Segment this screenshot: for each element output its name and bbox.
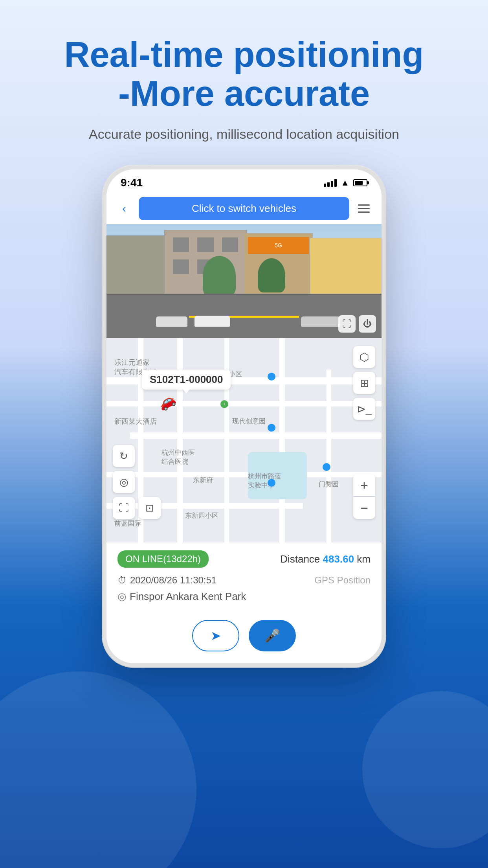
menu-line	[358, 211, 370, 213]
status-icons: ▲	[324, 178, 367, 188]
back-icon: ‹	[122, 202, 126, 215]
zoom-controls: + −	[353, 474, 375, 519]
phone-mockup: 9:41 ▲ ‹ Click to switch vehicles	[103, 166, 385, 667]
crop-button[interactable]: ⊡	[139, 497, 161, 519]
map-area[interactable]: 乐江元通家汽车有限公司 新西莱大酒店 杭州中西医结合医院 次家巷小区 现代创意园…	[106, 338, 382, 542]
menu-button[interactable]	[354, 199, 374, 219]
hero-title-line2: -More accurate	[0, 74, 488, 113]
refresh-button[interactable]: ↻	[113, 445, 135, 467]
wifi-icon: ▲	[341, 178, 349, 188]
gps-label: GPS Position	[314, 575, 371, 586]
fullscreen-button[interactable]: ⛶	[113, 497, 135, 519]
menu-line	[358, 208, 370, 209]
action-buttons: ➤ 🎤	[106, 620, 382, 663]
signal-icon	[324, 179, 337, 187]
zoom-out-button[interactable]: −	[353, 497, 375, 519]
back-button[interactable]: ‹	[114, 199, 134, 219]
voice-button[interactable]: 🎤	[249, 620, 296, 651]
status-bar: 9:41 ▲	[106, 169, 382, 193]
navigate-icon: ➤	[211, 628, 221, 643]
battery-icon	[353, 179, 367, 186]
street-view: 5G ⛶ ⏻	[106, 224, 382, 338]
timestamp: ⏱ 2020/08/26 11:30:51	[117, 575, 216, 586]
zoom-in-button[interactable]: +	[353, 474, 375, 496]
map-controls-right: ⬡ ⊞ ⊳_	[353, 346, 375, 420]
car-icon: 🚗	[155, 390, 178, 413]
status-time: 9:41	[121, 177, 143, 189]
app-header: ‹ Click to switch vehicles	[106, 193, 382, 224]
terminal-button[interactable]: ⊳_	[353, 398, 375, 420]
grid-button[interactable]: ⊞	[353, 372, 375, 394]
info-area: ON LINE(13d22h) Distance 483.60 km ⏱ 202…	[106, 542, 382, 620]
power-button[interactable]: ⏻	[359, 315, 376, 333]
online-status-badge: ON LINE(13d22h)	[117, 550, 209, 568]
distance-unit: km	[357, 553, 371, 565]
clock-icon: ⏱	[117, 575, 127, 586]
expand-button[interactable]: ⛶	[338, 315, 356, 333]
info-row-timestamp: ⏱ 2020/08/26 11:30:51 GPS Position	[117, 575, 371, 586]
map-controls-left: ↻ ◎ ⛶ ⊡	[113, 445, 161, 519]
location-text: Finspor Ankara Kent Park	[130, 590, 246, 603]
menu-line	[358, 204, 370, 206]
hero-subtitle: Accurate positioning, millisecond locati…	[0, 127, 488, 142]
center-button[interactable]: ◎	[113, 471, 135, 493]
switch-vehicles-tooltip[interactable]: Click to switch vehicles	[139, 197, 349, 220]
voice-icon: 🎤	[264, 628, 280, 643]
info-row-location: ◎ Finspor Ankara Kent Park	[117, 590, 371, 603]
layers-button[interactable]: ⬡	[353, 346, 375, 368]
navigate-button[interactable]: ➤	[192, 620, 239, 651]
distance-value: 483.60	[323, 553, 354, 565]
vehicle-id-label: S102T1-000000	[142, 370, 231, 390]
distance-label: Distance	[280, 553, 320, 565]
distance-info: Distance 483.60 km	[280, 553, 371, 565]
location-icon: ◎	[117, 590, 127, 603]
info-row-status: ON LINE(13d22h) Distance 483.60 km	[117, 550, 371, 568]
timestamp-value: 2020/08/26 11:30:51	[130, 575, 216, 586]
hero-title-line1: Real-time positioning	[0, 35, 488, 74]
